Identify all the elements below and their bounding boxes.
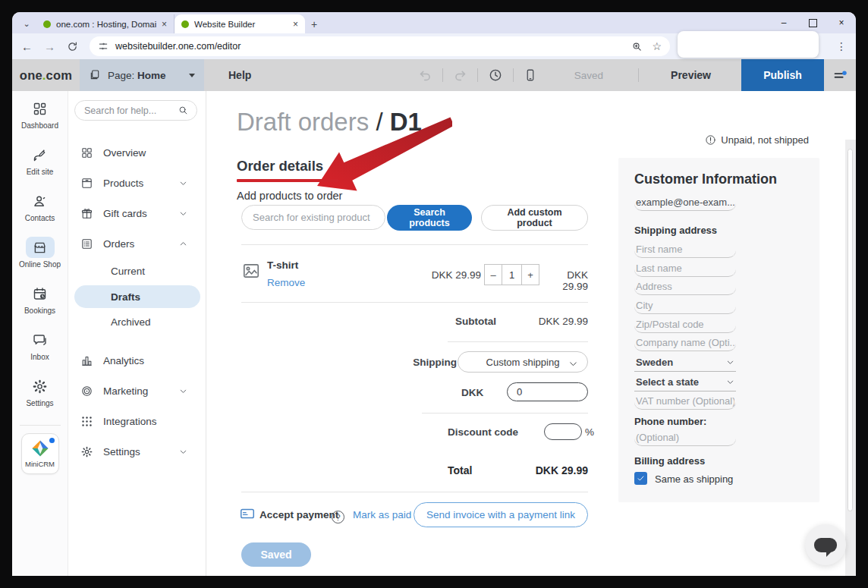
country-select[interactable]: Sweden bbox=[634, 354, 736, 372]
unit-price: DKK 29.99 bbox=[431, 269, 481, 281]
reload-button[interactable] bbox=[67, 41, 78, 52]
state-select[interactable]: Select a state bbox=[634, 373, 736, 391]
redo-icon[interactable] bbox=[446, 68, 474, 83]
forward-button[interactable]: → bbox=[44, 40, 55, 53]
rail-item-bookings[interactable]: Bookings bbox=[12, 283, 68, 329]
city-field[interactable] bbox=[634, 297, 736, 314]
undo-icon[interactable] bbox=[411, 68, 439, 83]
preview-button[interactable]: Preview bbox=[671, 69, 711, 81]
window-controls: – × bbox=[769, 12, 856, 33]
minimize-button[interactable]: – bbox=[769, 12, 798, 33]
remove-product-link[interactable]: Remove bbox=[267, 277, 305, 288]
new-tab-button[interactable]: + bbox=[305, 14, 323, 33]
saved-button[interactable]: Saved bbox=[241, 542, 311, 567]
rail-item-edit-site[interactable]: Edit site bbox=[12, 144, 68, 190]
send-invoice-button[interactable]: Send invoice with a payment link bbox=[414, 502, 588, 527]
logo-text: com bbox=[46, 68, 73, 82]
company-field[interactable] bbox=[634, 335, 736, 351]
tab-search-chevron-icon[interactable]: ⌄ bbox=[17, 14, 36, 33]
scrollbar-thumb[interactable] bbox=[848, 149, 853, 511]
publish-button[interactable]: Publish bbox=[741, 59, 824, 91]
editor-menu-icon[interactable] bbox=[824, 59, 856, 91]
last-name-field[interactable] bbox=[634, 260, 736, 277]
rail-label: Bookings bbox=[24, 307, 55, 315]
divider bbox=[241, 244, 588, 245]
rail-item-online-shop[interactable]: Online Shop bbox=[12, 237, 68, 283]
help-search[interactable] bbox=[74, 100, 197, 121]
rail-item-minicrm[interactable]: MiniCRM bbox=[21, 433, 59, 474]
edit-site-icon bbox=[26, 144, 55, 165]
alert-circle-icon bbox=[705, 134, 716, 146]
toolbar-right: Saved Preview Publish bbox=[411, 59, 856, 91]
rail-label: Edit site bbox=[27, 168, 54, 176]
country-value: Sweden bbox=[636, 357, 673, 368]
chat-widget-button[interactable] bbox=[805, 524, 846, 565]
chevron-down-icon bbox=[189, 74, 195, 77]
nav-label: Integrations bbox=[103, 416, 157, 427]
quantity-value[interactable]: 1 bbox=[502, 265, 522, 285]
same-as-shipping-checkbox[interactable] bbox=[634, 472, 647, 485]
back-button[interactable]: ← bbox=[21, 40, 33, 53]
shipping-amount-input[interactable] bbox=[507, 382, 588, 401]
one-com-logo: one.com bbox=[12, 68, 80, 83]
quantity-increase-button[interactable]: + bbox=[522, 265, 539, 285]
search-products-button[interactable]: Search products bbox=[387, 205, 472, 231]
address-bar[interactable]: websitebuilder.one.com/editor ☆ bbox=[90, 36, 670, 56]
sidebar-item-integrations[interactable]: Integrations bbox=[74, 406, 200, 436]
site-settings-icon[interactable] bbox=[98, 41, 108, 52]
rail-item-dashboard[interactable]: Dashboard bbox=[12, 98, 68, 144]
sidebar-item-overview[interactable]: Overview bbox=[74, 137, 200, 168]
zoom-icon[interactable] bbox=[631, 41, 643, 52]
help-question-icon[interactable]: ? bbox=[332, 511, 344, 524]
close-button[interactable]: × bbox=[827, 12, 856, 33]
sidebar-item-drafts[interactable]: Drafts bbox=[74, 285, 200, 308]
zip-field[interactable] bbox=[634, 316, 736, 333]
browser-window: ⌄ one.com : Hosting, Domain, Em × Websit… bbox=[12, 12, 856, 576]
help-menu[interactable]: Help bbox=[228, 69, 251, 81]
sidebar-item-settings[interactable]: Settings bbox=[74, 436, 200, 467]
toolbar-divider bbox=[477, 68, 478, 82]
mobile-preview-icon[interactable] bbox=[517, 68, 544, 82]
bookmark-star-icon[interactable]: ☆ bbox=[652, 40, 662, 52]
first-name-field[interactable] bbox=[634, 241, 736, 258]
product-search-input[interactable] bbox=[241, 205, 385, 230]
tab-close-icon[interactable]: × bbox=[293, 19, 298, 30]
chevron-down-icon bbox=[178, 209, 188, 219]
customer-email-field[interactable] bbox=[634, 194, 736, 211]
rail-item-contacts[interactable]: Contacts bbox=[12, 190, 68, 237]
inbox-icon bbox=[26, 329, 55, 351]
accept-payment-label: Accept payment bbox=[259, 509, 338, 520]
rail-item-inbox[interactable]: Inbox bbox=[12, 329, 68, 376]
sidebar-item-orders[interactable]: Orders bbox=[74, 228, 200, 259]
phone-field[interactable] bbox=[634, 429, 736, 446]
shipping-label: Shipping bbox=[413, 357, 457, 368]
sidebar-item-marketing[interactable]: Marketing bbox=[74, 376, 200, 406]
mark-as-paid-link[interactable]: Mark as paid bbox=[353, 509, 411, 520]
maximize-button[interactable] bbox=[798, 12, 827, 33]
overview-icon bbox=[80, 146, 93, 159]
quantity-decrease-button[interactable]: – bbox=[485, 265, 502, 285]
page-selector[interactable]: Page: Home bbox=[80, 59, 204, 91]
rail-item-settings[interactable]: Settings bbox=[12, 376, 68, 422]
browser-menu-icon[interactable]: ⋮ bbox=[836, 40, 847, 52]
browser-popup bbox=[678, 31, 819, 58]
logo-text: one bbox=[20, 68, 42, 82]
vat-field[interactable] bbox=[634, 393, 736, 410]
toolbar-divider bbox=[638, 68, 639, 82]
tab-website-builder[interactable]: Website Builder × bbox=[175, 14, 305, 33]
history-icon[interactable] bbox=[481, 68, 510, 83]
shipping-method-select[interactable]: Custom shipping bbox=[458, 351, 588, 373]
discount-code-input[interactable] bbox=[544, 423, 582, 440]
tab-close-icon[interactable]: × bbox=[162, 19, 167, 30]
url-bar-row: ← → websitebuilder.one.com/editor ☆ ⋮ bbox=[12, 33, 856, 59]
sidebar-item-products[interactable]: Products bbox=[74, 168, 200, 198]
sidebar-item-archived[interactable]: Archived bbox=[74, 310, 200, 335]
scrollbar-track[interactable] bbox=[845, 140, 856, 576]
add-custom-product-button[interactable]: Add custom product bbox=[481, 205, 588, 231]
sidebar-item-analytics[interactable]: Analytics bbox=[74, 345, 200, 376]
sidebar-item-gift-cards[interactable]: Gift cards bbox=[74, 198, 200, 228]
sidebar-item-current[interactable]: Current bbox=[74, 259, 200, 284]
address-field[interactable] bbox=[634, 278, 736, 295]
tab-one-com[interactable]: one.com : Hosting, Domain, Em × bbox=[36, 14, 175, 33]
help-search-input[interactable] bbox=[83, 105, 178, 117]
